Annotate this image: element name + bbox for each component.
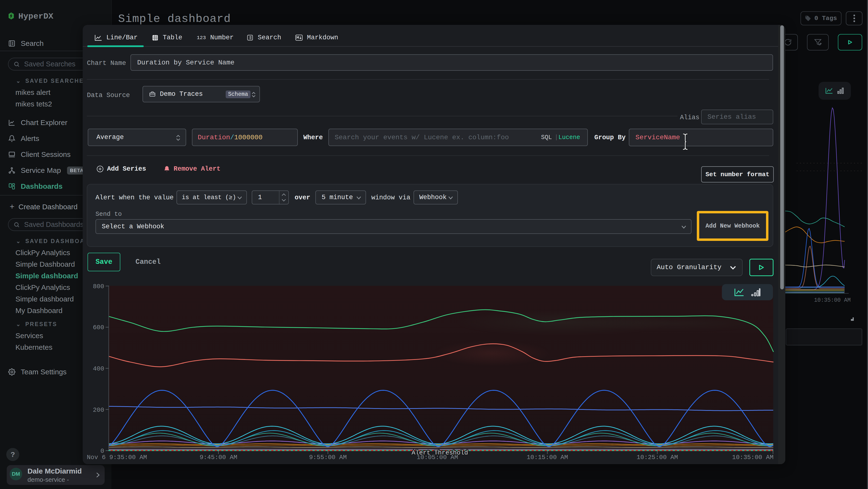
- svg-text:10:35:00 AM: 10:35:00 AM: [814, 297, 850, 304]
